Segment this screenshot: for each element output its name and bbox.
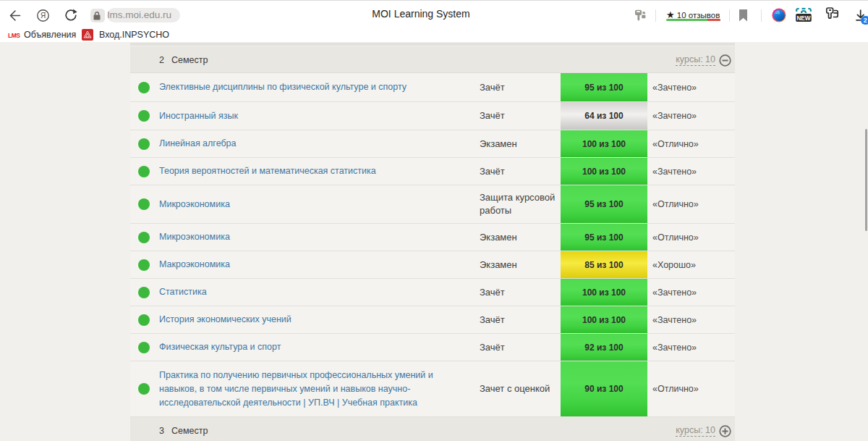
svg-text:NEW: NEW — [796, 15, 810, 22]
